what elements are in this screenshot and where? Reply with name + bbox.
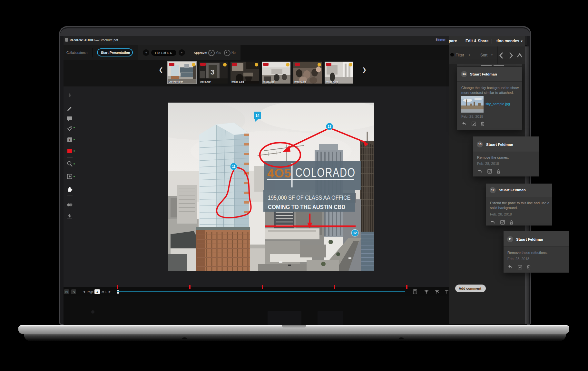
svg-text:COLORADO: COLORADO xyxy=(295,166,356,179)
svg-text:11: 11 xyxy=(232,165,236,168)
svg-text:195,000 SF OF CLASS AA OFFICE: 195,000 SF OF CLASS AA OFFICE xyxy=(268,195,350,201)
svg-text:4O5: 4O5 xyxy=(267,166,291,180)
svg-text:3: 3 xyxy=(211,68,214,76)
svg-text:T: T xyxy=(69,138,71,142)
svg-text:13: 13 xyxy=(328,125,331,128)
svg-text:12: 12 xyxy=(353,231,357,235)
svg-text:COMING TO THE AUSTIN CBD: COMING TO THE AUSTIN CBD xyxy=(268,204,345,210)
svg-text:14: 14 xyxy=(255,114,260,117)
